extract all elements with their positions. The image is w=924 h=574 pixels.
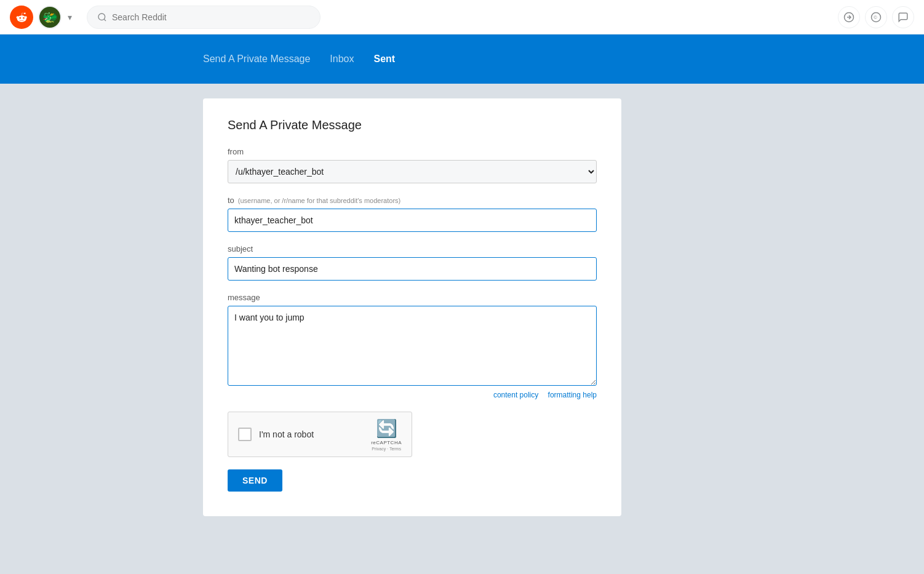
to-label: to (username, or /r/name for that subred… — [228, 196, 597, 205]
to-input[interactable] — [228, 209, 597, 232]
nav-inbox[interactable]: Inbox — [330, 51, 354, 67]
user-avatar[interactable]: 🐲 — [38, 6, 62, 29]
message-group: message I want you to jump content polic… — [228, 293, 597, 399]
reddit-logo[interactable] — [10, 6, 33, 29]
recaptcha-icon: 🔄 — [376, 418, 397, 439]
subject-group: subject — [228, 244, 597, 281]
chat-icon — [898, 12, 909, 23]
topbar-right: © — [838, 6, 914, 28]
nav-sent[interactable]: Sent — [373, 51, 395, 67]
coins-icon: © — [870, 12, 882, 23]
recaptcha-checkbox[interactable] — [238, 428, 252, 441]
search-input[interactable] — [112, 12, 310, 22]
from-label: from — [228, 147, 597, 156]
to-hint: (username, or /r/name for that subreddit… — [238, 197, 400, 204]
svg-text:©: © — [874, 15, 877, 20]
chat-icon-btn[interactable] — [892, 6, 914, 28]
send-button[interactable]: SEND — [228, 469, 282, 492]
reddit-logo-icon — [14, 9, 30, 25]
form-card: Send A Private Message from /u/kthayer_t… — [203, 98, 621, 516]
content-policy-link[interactable]: content policy — [493, 391, 538, 399]
recaptcha-brand-sub: Privacy · Terms — [372, 447, 401, 451]
search-bar[interactable] — [87, 6, 321, 29]
chevron-down-icon[interactable]: ▾ — [68, 12, 72, 22]
message-label: message — [228, 293, 597, 302]
redirect-icon-btn[interactable] — [838, 6, 860, 28]
form-links: content policy formatting help — [228, 391, 597, 399]
main-content: Send A Private Message from /u/kthayer_t… — [0, 84, 924, 541]
topbar-left: 🐲 ▾ — [10, 6, 72, 29]
form-title: Send A Private Message — [228, 118, 597, 132]
from-select[interactable]: /u/kthayer_teacher_bot — [228, 160, 597, 183]
subject-input[interactable] — [228, 257, 597, 281]
redirect-icon — [843, 12, 854, 23]
svg-line-2 — [104, 19, 106, 21]
recaptcha-label: I'm not a robot — [259, 429, 364, 439]
formatting-help-link[interactable]: formatting help — [548, 391, 597, 399]
nav-send-private-message[interactable]: Send A Private Message — [203, 51, 310, 67]
from-group: from /u/kthayer_teacher_bot — [228, 147, 597, 183]
search-icon — [97, 12, 107, 22]
svg-point-1 — [98, 14, 105, 20]
recaptcha-logo: 🔄 reCAPTCHA Privacy · Terms — [371, 418, 402, 451]
to-group: to (username, or /r/name for that subred… — [228, 196, 597, 232]
message-textarea[interactable]: I want you to jump — [228, 306, 597, 386]
subject-label: subject — [228, 244, 597, 253]
coins-icon-btn[interactable]: © — [865, 6, 887, 28]
recaptcha-box: I'm not a robot 🔄 reCAPTCHA Privacy · Te… — [228, 412, 412, 457]
recaptcha-brand: reCAPTCHA — [371, 440, 402, 445]
blue-header: Send A Private Message Inbox Sent — [0, 34, 924, 84]
topbar: 🐲 ▾ © — [0, 0, 924, 34]
